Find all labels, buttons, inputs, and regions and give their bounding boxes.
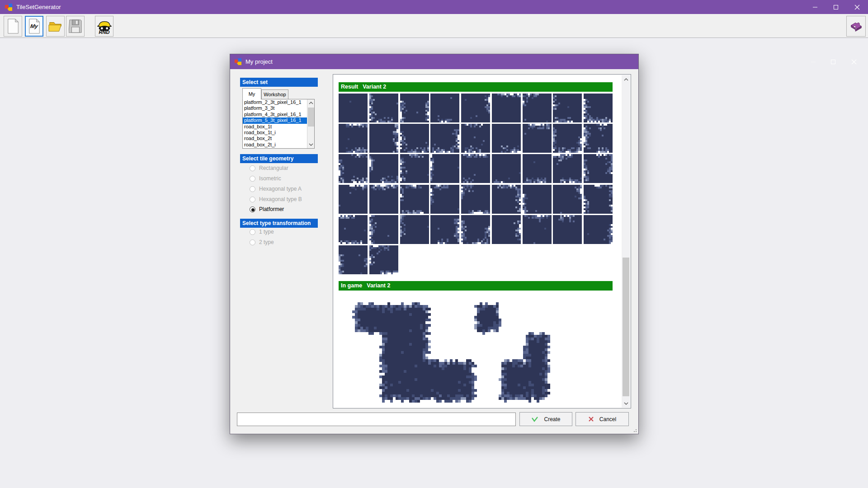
radio-circle-icon bbox=[250, 186, 255, 192]
close-button[interactable] bbox=[846, 0, 868, 14]
list-item[interactable]: road_box_2t bbox=[243, 136, 314, 141]
scroll-down-arrow[interactable] bbox=[307, 141, 315, 148]
tilesetgenerator-window: TileSetGenerator My bbox=[0, 0, 868, 488]
close-icon bbox=[851, 59, 857, 65]
my-project-dialog: My project Select set My Workshop platfo… bbox=[230, 54, 639, 434]
list-item[interactable]: platform_3_3t bbox=[243, 105, 314, 111]
list-item[interactable]: road_box_1t_i bbox=[243, 130, 314, 136]
my-project-button[interactable]: My bbox=[25, 16, 43, 37]
result-variant: Variant 2 bbox=[363, 84, 386, 90]
dialog-minimize-button bbox=[803, 54, 823, 69]
create-label: Create bbox=[544, 416, 560, 422]
check-icon bbox=[531, 416, 538, 422]
radio-2-type[interactable]: 2 type bbox=[250, 237, 274, 247]
preview-scroll-thumb[interactable] bbox=[623, 258, 629, 396]
scroll-up-arrow[interactable] bbox=[307, 99, 315, 107]
chevron-down-icon bbox=[624, 402, 628, 405]
output-name-input[interactable] bbox=[237, 413, 516, 426]
radio-label: 2 type bbox=[259, 239, 274, 245]
ingame-preview bbox=[339, 294, 613, 408]
maximize-icon bbox=[833, 5, 839, 10]
result-label: Result bbox=[341, 84, 358, 90]
result-tiles-preview bbox=[339, 94, 613, 274]
main-toolbar: My RND bbox=[0, 14, 868, 38]
chevron-up-icon bbox=[624, 78, 628, 81]
result-header: ResultVariant 2 bbox=[339, 82, 613, 92]
save-button[interactable] bbox=[66, 16, 85, 37]
my-file-icon bbox=[28, 18, 41, 34]
dialog-maximize-button[interactable] bbox=[823, 54, 843, 69]
minimize-icon bbox=[811, 59, 816, 65]
list-item[interactable]: platform_2_3t_pixel_16_1 bbox=[243, 99, 314, 105]
scroll-down-arrow[interactable] bbox=[622, 399, 630, 408]
select-set-header: Select set bbox=[240, 78, 318, 87]
radio-label: Rectangular bbox=[259, 165, 288, 171]
radio-circle-icon bbox=[250, 176, 255, 182]
preview-panel: ResultVariant 2 In gameVariant 2 bbox=[333, 74, 631, 408]
radio-label: Hexagonal type A bbox=[259, 186, 302, 192]
open-folder-icon bbox=[48, 19, 63, 33]
open-button[interactable] bbox=[46, 16, 65, 37]
chevron-up-icon bbox=[309, 102, 313, 104]
rnd-icon-label: RND bbox=[99, 29, 110, 35]
plugins-button[interactable] bbox=[846, 16, 866, 37]
ingame-header: In gameVariant 2 bbox=[339, 281, 613, 291]
ingame-variant: Variant 2 bbox=[367, 282, 390, 289]
random-generate-button[interactable]: RND bbox=[95, 16, 113, 37]
dialog-puzzle-icon bbox=[234, 58, 242, 66]
list-item[interactable]: platform_4_3t_pixel_16_1 bbox=[243, 112, 314, 117]
puzzle-piece-icon bbox=[849, 20, 863, 33]
radio-circle-icon bbox=[250, 165, 255, 171]
window-title: TileSetGenerator bbox=[16, 4, 61, 10]
radio-label: 1 type bbox=[259, 229, 274, 235]
radio-label: Isometric bbox=[259, 175, 281, 182]
radio-label: Hexagonal type B bbox=[259, 196, 302, 202]
radio-label: Platformer bbox=[259, 206, 284, 212]
save-floppy-icon bbox=[69, 19, 82, 33]
tab-workshop[interactable]: Workshop bbox=[261, 89, 288, 99]
set-listbox[interactable]: platform_2_3t_pixel_16_1 platform_3_3t p… bbox=[242, 99, 315, 149]
new-file-icon bbox=[6, 18, 20, 34]
ingame-label: In game bbox=[341, 282, 362, 289]
close-icon bbox=[854, 5, 860, 10]
maximize-button[interactable] bbox=[826, 0, 846, 14]
new-project-button[interactable] bbox=[4, 16, 22, 37]
radio-platformer[interactable]: Platformer bbox=[250, 204, 284, 214]
radio-circle-icon bbox=[250, 197, 255, 202]
resize-grip[interactable] bbox=[632, 428, 637, 432]
preview-scrollbar[interactable] bbox=[622, 75, 630, 408]
listbox-scrollbar[interactable] bbox=[307, 99, 314, 148]
chevron-down-icon bbox=[309, 143, 313, 146]
app-puzzle-icon bbox=[5, 3, 13, 11]
listbox-scroll-thumb[interactable] bbox=[308, 108, 314, 127]
radio-isometric[interactable]: Isometric bbox=[250, 174, 281, 183]
cancel-label: Cancel bbox=[599, 416, 616, 422]
type-transformation-header: Select type transformation bbox=[240, 219, 318, 228]
x-icon bbox=[588, 416, 594, 422]
radio-circle-icon bbox=[250, 229, 255, 235]
scroll-up-arrow[interactable] bbox=[622, 75, 630, 84]
dialog-titlebar[interactable]: My project bbox=[230, 54, 638, 69]
radio-circle-icon bbox=[250, 206, 255, 212]
window-titlebar[interactable]: TileSetGenerator bbox=[0, 0, 868, 14]
tile-geometry-header: Select tile geometry bbox=[240, 154, 318, 163]
radio-rectangular[interactable]: Rectangular bbox=[250, 163, 288, 173]
radio-1-type[interactable]: 1 type bbox=[250, 227, 274, 237]
list-item[interactable]: road_box_1t bbox=[243, 124, 314, 130]
dialog-close-button[interactable] bbox=[843, 54, 865, 69]
cancel-button[interactable]: Cancel bbox=[576, 412, 629, 426]
maximize-icon bbox=[830, 59, 836, 65]
radio-hexagonal-b[interactable]: Hexagonal type B bbox=[250, 194, 302, 204]
list-item-selected[interactable]: platform_5_3t_pixel_16_1 bbox=[243, 117, 314, 123]
minimize-icon bbox=[812, 5, 818, 10]
radio-hexagonal-a[interactable]: Hexagonal type A bbox=[250, 184, 302, 194]
tab-my[interactable]: My bbox=[242, 88, 261, 99]
create-button[interactable]: Create bbox=[519, 412, 572, 426]
dialog-title: My project bbox=[245, 58, 273, 65]
radio-circle-icon bbox=[250, 239, 255, 245]
list-item[interactable]: road_box_2t_i bbox=[243, 142, 314, 148]
minimize-button[interactable] bbox=[805, 0, 826, 14]
